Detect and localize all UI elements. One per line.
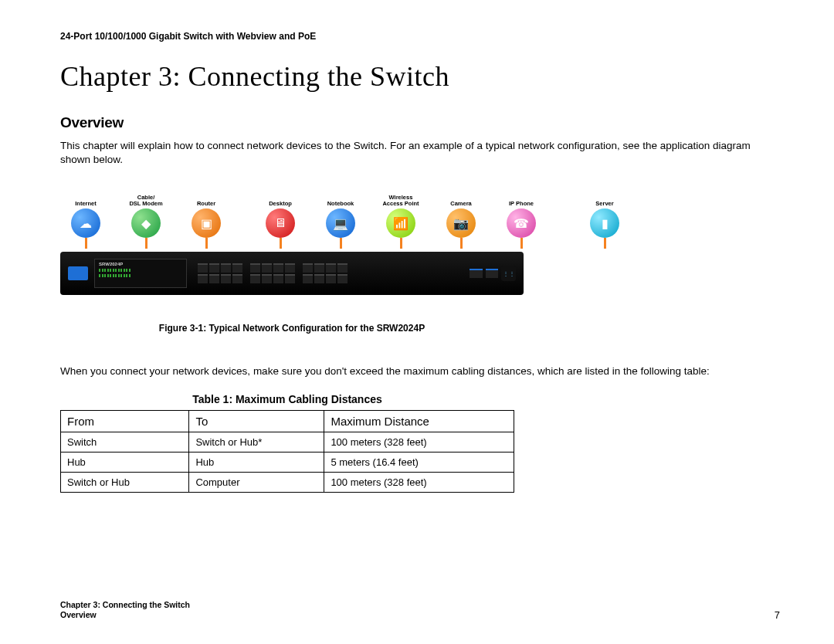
device-label: Notebook [327, 195, 354, 207]
device-icon: ☎ [507, 208, 536, 238]
th-from: From [61, 410, 189, 432]
switch-uplink-panel: ⋮⋮ [470, 262, 516, 285]
chapter-title: Chapter 3: Connecting the Switch [60, 60, 780, 93]
figure-caption: Figure 3-1: Typical Network Configuratio… [60, 323, 524, 334]
table-header-row: From To Maximum Distance [61, 410, 514, 432]
table-cell: Switch [61, 432, 189, 452]
table-cell: Hub [189, 452, 324, 472]
device-label: Router [197, 195, 215, 207]
th-to: To [189, 410, 324, 432]
cisco-logo-icon: ⋮⋮ [501, 266, 516, 281]
connector-line [280, 238, 282, 249]
device-label: Cable/ DSL Modem [129, 195, 162, 207]
device-ip-phone: IP Phone☎ [499, 195, 544, 249]
device-icon: 🖥 [266, 208, 295, 238]
device-icon: ▣ [192, 208, 221, 238]
intro-paragraph: This chapter will explain how to connect… [60, 139, 780, 167]
device-desktop: Desktop🖥 [258, 195, 303, 249]
table-cell: Computer [189, 472, 324, 492]
table-cell: Switch or Hub [61, 472, 189, 492]
device-label: Server [595, 195, 613, 207]
device-notebook: Notebook💻 [318, 195, 363, 249]
device-internet: Internet☁ [63, 195, 108, 249]
footer-section: Overview [60, 610, 190, 621]
linksys-badge [68, 266, 88, 280]
device-icon: 💻 [326, 208, 355, 238]
switch-model-label: SRW2024P [99, 262, 182, 266]
section-heading-overview: Overview [60, 114, 780, 131]
table-row: SwitchSwitch or Hub*100 meters (328 feet… [61, 432, 514, 452]
doc-header: 24-Port 10/100/1000 Gigabit Switch with … [60, 31, 780, 42]
footer-chapter: Chapter 3: Connecting the Switch [60, 600, 190, 611]
device-label: Internet [75, 195, 97, 207]
table-cell: 5 meters (16.4 feet) [324, 452, 514, 472]
connector-line [145, 238, 147, 249]
table-row: HubHub5 meters (16.4 feet) [61, 452, 514, 472]
page-footer: Chapter 3: Connecting the Switch Overvie… [60, 600, 780, 621]
table-row: Switch or HubComputer100 meters (328 fee… [61, 472, 514, 492]
device-icon: ☁ [71, 208, 100, 238]
device-label: Desktop [269, 195, 292, 207]
network-diagram: Internet☁Cable/ DSL Modem◆Router▣Desktop… [60, 195, 780, 295]
table-cell: Hub [61, 452, 189, 472]
device-icon: 📶 [386, 208, 415, 238]
device-label: Camera [450, 195, 472, 207]
switch-status-panel: SRW2024P [94, 259, 187, 288]
table-cell: 100 meters (328 feet) [324, 432, 514, 452]
device-server: Server▮ [582, 195, 627, 249]
pre-table-paragraph: When you connect your network devices, m… [60, 364, 780, 378]
connector-line [604, 238, 606, 249]
device-wireless-access-point: Wireless Access Point📶 [378, 195, 423, 249]
device-icon: ◆ [131, 208, 161, 238]
device-label: Wireless Access Point [382, 195, 419, 207]
connector-line [460, 238, 463, 249]
device-camera: Camera📷 [439, 195, 483, 249]
switch-ports [198, 263, 462, 283]
device-label: IP Phone [509, 195, 534, 207]
connector-line [85, 238, 87, 249]
th-max-distance: Maximum Distance [324, 410, 514, 432]
connector-line [400, 238, 402, 249]
table-title: Table 1: Maximum Cabling Distances [60, 393, 514, 405]
table-cell: Switch or Hub* [189, 432, 324, 452]
device-icon: 📷 [446, 208, 476, 238]
cabling-distance-table: From To Maximum Distance SwitchSwitch or… [60, 410, 514, 493]
table-cell: 100 meters (328 feet) [324, 472, 514, 492]
switch-hardware: SRW2024P [60, 252, 524, 295]
connector-line [340, 238, 342, 249]
device-icon: ▮ [590, 208, 619, 238]
connector-line [520, 238, 523, 249]
page-number: 7 [775, 609, 780, 621]
connector-line [205, 238, 208, 249]
device-cable-dsl-modem: Cable/ DSL Modem◆ [124, 195, 168, 249]
device-router: Router▣ [184, 195, 229, 249]
